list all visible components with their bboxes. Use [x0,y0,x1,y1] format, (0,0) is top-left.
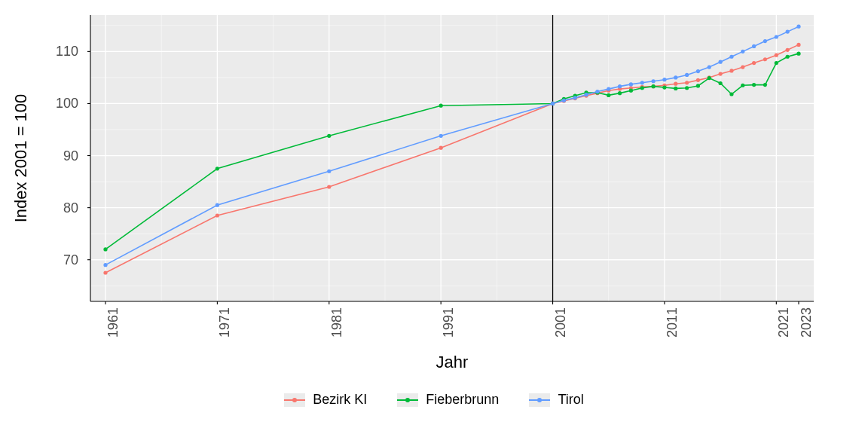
chart-container: Index 2001 = 100 Jahr 708090100110 19611… [0,0,868,434]
y-tick-label: 110 [0,44,84,60]
svg-point-99 [729,55,733,59]
legend: Bezirk KI Fieberbrunn Tirol [0,392,868,408]
svg-point-53 [215,167,219,170]
svg-point-93 [662,78,666,81]
legend-entry-tirol: Tirol [529,392,583,408]
svg-point-96 [696,69,700,73]
svg-point-79 [103,263,107,267]
svg-point-92 [651,79,655,83]
svg-point-64 [640,86,644,90]
x-tick-label: 1981 [329,307,345,338]
y-tick-label: 80 [0,200,84,215]
svg-point-45 [729,69,733,72]
svg-point-40 [674,82,677,86]
svg-point-77 [786,55,790,59]
legend-entry-fieberbrunn: Fieberbrunn [397,392,499,408]
svg-point-69 [696,84,700,87]
svg-point-91 [640,81,644,84]
svg-point-97 [708,65,711,69]
svg-point-41 [685,81,689,84]
svg-point-61 [607,93,610,97]
svg-point-105 [796,25,800,29]
y-tick-label: 70 [0,252,84,267]
svg-point-71 [719,81,723,85]
svg-point-84 [562,99,566,102]
x-tick-label: 1991 [441,307,457,338]
svg-point-67 [674,87,677,90]
svg-point-66 [662,85,666,89]
svg-point-104 [786,30,790,34]
svg-point-49 [775,53,778,57]
svg-point-73 [741,84,744,87]
svg-point-54 [327,134,331,138]
legend-swatch [284,393,305,407]
svg-point-28 [439,146,443,150]
svg-point-68 [685,86,689,90]
svg-point-94 [674,75,677,79]
y-tick-label: 90 [0,148,84,164]
svg-point-89 [618,84,622,88]
svg-point-51 [796,43,800,47]
legend-line-icon [397,399,418,401]
legend-swatch [529,393,550,407]
svg-point-47 [752,61,756,65]
svg-point-87 [595,90,599,93]
svg-point-26 [215,213,219,217]
svg-point-55 [439,104,443,108]
y-tick-label: 100 [0,96,84,112]
legend-label: Tirol [558,392,583,408]
svg-point-52 [103,247,107,251]
legend-label: Bezirk KI [313,392,367,408]
x-axis-ticks: 19611971198119912001201120212023 [90,301,814,347]
legend-line-icon [529,399,550,401]
svg-point-98 [719,60,723,64]
svg-point-70 [708,76,711,80]
svg-point-44 [719,72,723,75]
plot-panel [90,15,814,301]
svg-point-81 [327,170,331,173]
plot-svg [90,15,814,301]
svg-point-27 [327,185,331,188]
svg-point-85 [573,96,577,99]
svg-point-90 [629,82,633,86]
svg-point-101 [752,44,756,48]
x-tick-label: 2021 [776,307,792,338]
svg-point-62 [618,91,622,95]
svg-point-100 [741,50,744,53]
svg-point-78 [796,52,800,56]
svg-point-82 [439,134,443,138]
svg-point-86 [584,93,588,96]
x-tick-label: 2001 [553,307,569,338]
svg-point-46 [741,65,744,69]
x-tick-label: 1971 [217,307,233,338]
svg-point-102 [763,39,767,43]
svg-point-103 [775,35,778,38]
svg-point-65 [651,84,655,88]
legend-label: Fieberbrunn [426,392,499,408]
svg-point-76 [775,61,778,65]
legend-line-icon [284,399,305,401]
x-tick-label: 1961 [105,307,121,338]
svg-point-50 [786,48,790,52]
svg-point-83 [551,102,555,105]
svg-point-74 [752,83,756,87]
x-axis-title: Jahr [436,353,469,372]
svg-point-80 [215,203,219,207]
svg-point-72 [729,92,733,96]
svg-point-48 [763,57,767,61]
y-axis-ticks: 708090100110 [0,15,84,301]
svg-point-42 [696,78,700,82]
svg-point-63 [629,89,633,93]
legend-entry-bezirk-ki: Bezirk KI [284,392,367,408]
x-tick-label: 2011 [665,307,680,338]
legend-swatch [397,393,418,407]
svg-point-88 [607,87,610,91]
svg-point-75 [763,83,767,87]
svg-point-95 [685,73,689,77]
x-tick-label: 2023 [799,307,815,338]
svg-point-25 [103,270,107,274]
